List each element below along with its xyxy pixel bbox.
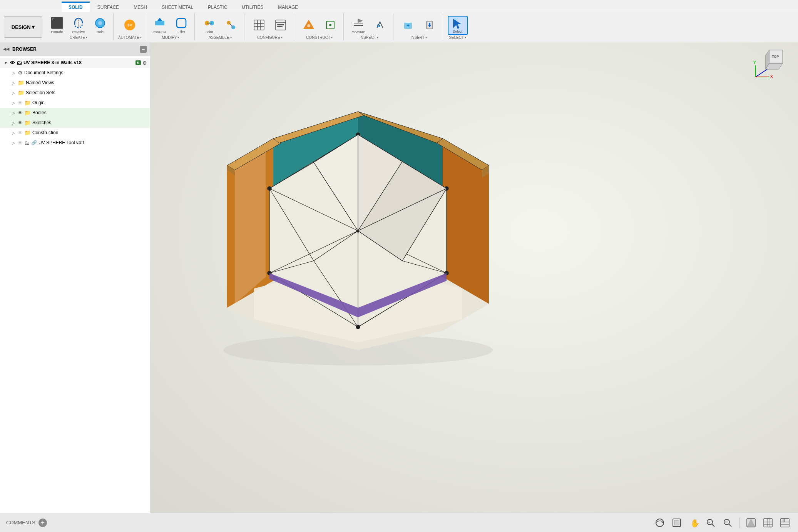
grid-btn[interactable] xyxy=(761,516,775,530)
expand-icon-named-views: ▷ xyxy=(11,81,16,85)
zoom-fit-btn[interactable]: + xyxy=(704,516,718,530)
tree-item-sketches[interactable]: ▷ 👁 📁 Sketches xyxy=(0,118,150,128)
insert-label[interactable]: INSERT▾ xyxy=(410,35,427,40)
inspect-group: Measure INSPECT▾ xyxy=(345,13,393,40)
inspect-btn2[interactable] xyxy=(370,16,390,35)
tab-surface[interactable]: SURFACE xyxy=(90,2,126,12)
svg-rect-108 xyxy=(764,519,772,527)
tool-row: DESIGN ▾ ⬛ Extrude Revolve Hole CREATE▾ xyxy=(0,12,798,42)
expand-icon-construction: ▷ xyxy=(11,131,16,135)
construct-btn2[interactable] xyxy=(320,16,340,35)
tree-item-bodies[interactable]: ▷ 👁 📁 Bodies xyxy=(0,108,150,118)
gear-icon: ⚙ xyxy=(18,70,23,76)
orbit-btn[interactable] xyxy=(653,516,667,530)
press-pull-btn[interactable]: Press Pull xyxy=(150,16,170,35)
toolbar: SOLID SURFACE MESH SHEET METAL PLASTIC U… xyxy=(0,0,798,42)
tree-item-named-views[interactable]: ▷ 📁 Named Views xyxy=(0,78,150,88)
assemble-label[interactable]: ASSEMBLE▾ xyxy=(209,35,232,40)
revolve-btn[interactable]: Revolve xyxy=(69,16,89,35)
tree-item-uv-sphere-tool[interactable]: ▷ 👁 🗂 🔗 UV SPHERE Tool v4:1 xyxy=(0,138,150,148)
tree-item-construction[interactable]: ▷ 👁 📁 Construction xyxy=(0,128,150,138)
folder-icon-sketches: 📁 xyxy=(24,120,31,126)
select-group: Select SELECT▾ xyxy=(445,13,471,40)
svg-text:✋: ✋ xyxy=(690,519,699,528)
modify-group: Press Pull Fillet MODIFY▾ xyxy=(147,13,195,40)
tab-sheet-metal[interactable]: SHEET METAL xyxy=(155,2,200,12)
construct-btn1[interactable] xyxy=(299,16,319,35)
insert-group: + INSERT▾ xyxy=(395,13,443,40)
fit-view-btn[interactable] xyxy=(670,516,684,530)
hole-btn[interactable]: Hole xyxy=(90,16,110,35)
svg-point-70 xyxy=(356,325,360,329)
zoom-window-btn[interactable] xyxy=(721,516,734,530)
expand-icon-origin: ▷ xyxy=(11,101,16,105)
tab-plastic[interactable]: PLASTIC xyxy=(201,2,234,12)
tab-manage[interactable]: MANAGE xyxy=(271,2,305,12)
select-label[interactable]: SELECT▾ xyxy=(449,35,466,40)
add-comment-btn[interactable]: + xyxy=(38,519,47,527)
svg-line-101 xyxy=(712,524,714,527)
automate-btn[interactable]: ✂ xyxy=(120,16,140,35)
browser-minimize-btn[interactable]: − xyxy=(140,46,147,53)
pan-btn[interactable]: ✋ xyxy=(687,516,701,530)
automate-group: ✂ AUTOMATE▾ xyxy=(115,13,145,40)
comments-label: COMMENTS xyxy=(6,520,35,525)
construct-label[interactable]: CONSTRUCT▾ xyxy=(306,35,333,40)
svg-line-104 xyxy=(729,524,731,527)
configure-btn1[interactable] xyxy=(249,16,269,35)
modify-label[interactable]: MODIFY▾ xyxy=(162,35,179,40)
configure-btn2[interactable] xyxy=(271,16,291,35)
create-label[interactable]: CREATE▾ xyxy=(70,35,87,40)
sketches-label: Sketches xyxy=(32,120,147,125)
assemble-btn2[interactable] xyxy=(221,16,241,35)
fillet-btn[interactable]: Fillet xyxy=(171,16,191,35)
display-settings-btn[interactable] xyxy=(778,516,792,530)
svg-rect-7 xyxy=(177,18,186,28)
select-btn[interactable]: Select xyxy=(448,16,468,35)
viewport[interactable]: X Y Z TOP xyxy=(150,42,798,513)
doc-settings-label: Document Settings xyxy=(24,70,147,75)
configure-group: CONFIGURE▾ xyxy=(246,13,294,40)
vis-hidden-icon-uv: 👁 xyxy=(18,140,23,146)
display-mode-btn[interactable] xyxy=(744,516,758,530)
tab-utilities[interactable]: UTILITIES xyxy=(235,2,270,12)
svg-rect-98 xyxy=(674,520,679,525)
tree-item-doc-settings[interactable]: ▷ ⚙ Document Settings xyxy=(0,68,150,78)
expand-icon-root: ▼ xyxy=(3,61,8,65)
browser-collapse-arrows[interactable]: ◀◀ xyxy=(3,47,9,52)
3d-model xyxy=(189,73,535,381)
insert-btn1[interactable]: + xyxy=(398,16,418,35)
construct-group: CONSTRUCT▾ xyxy=(296,13,344,40)
tree-item-root[interactable]: ▼ 👁 🗂 UV SPHERE 3 in Walls v18 K ⊙ xyxy=(0,58,150,68)
inspect-label[interactable]: INSPECT▾ xyxy=(360,35,378,40)
vis-hidden-icon-construction: 👁 xyxy=(18,130,23,136)
folder-icon-root: 🗂 xyxy=(17,60,22,66)
configure-label[interactable]: CONFIGURE▾ xyxy=(257,35,283,40)
root-label: UV SPHERE 3 in Walls v18 xyxy=(23,60,134,65)
inspect-btn1[interactable]: Measure xyxy=(348,16,368,35)
expand-icon-selection: ▷ xyxy=(11,91,16,95)
svg-point-2 xyxy=(98,21,102,25)
browser-title: BROWSER xyxy=(12,47,137,52)
create-tools: ⬛ Extrude Revolve Hole xyxy=(47,13,110,35)
expand-icon-bodies: ▷ xyxy=(11,111,16,115)
svg-line-85 xyxy=(756,69,767,77)
insert-btn2[interactable] xyxy=(420,16,440,35)
bodies-label: Bodies xyxy=(32,110,147,115)
separator xyxy=(739,517,739,528)
svg-rect-113 xyxy=(781,519,789,527)
tab-mesh[interactable]: MESH xyxy=(127,2,154,12)
view-cube[interactable]: X Y Z TOP xyxy=(748,46,786,85)
vis-icon-sketches: 👁 xyxy=(18,120,23,126)
tree-item-origin[interactable]: ▷ 👁 📁 Origin xyxy=(0,98,150,108)
tab-solid[interactable]: SOLID xyxy=(62,2,90,12)
tree-item-selection-sets[interactable]: ▷ 📁 Selection Sets xyxy=(0,88,150,98)
link-icon-uv: 🔗 xyxy=(31,140,37,145)
joint-btn[interactable]: Joint xyxy=(199,16,219,35)
design-dropdown[interactable]: DESIGN ▾ xyxy=(4,16,42,38)
svg-marker-6 xyxy=(157,18,162,21)
extrude-btn[interactable]: ⬛ Extrude xyxy=(47,16,67,35)
vis-hidden-icon-origin: 👁 xyxy=(18,100,23,106)
automate-label[interactable]: AUTOMATE▾ xyxy=(118,35,142,40)
svg-text:X: X xyxy=(770,75,773,79)
